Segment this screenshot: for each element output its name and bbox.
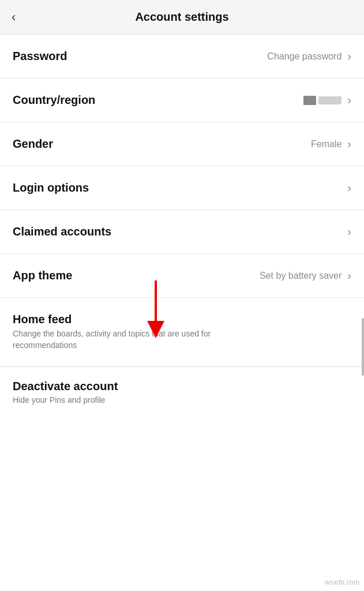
- settings-item-gender[interactable]: Gender Female ›: [0, 122, 364, 166]
- home-feed-sublabel: Change the boards, activity and topics t…: [13, 328, 243, 351]
- chevron-icon-theme: ›: [347, 269, 351, 282]
- item-right-password: Change password ›: [267, 50, 351, 63]
- deactivate-label: Deactivate account: [13, 380, 351, 393]
- password-value: Change password: [267, 51, 342, 62]
- item-left-gender: Gender: [13, 137, 53, 151]
- item-left-theme: App theme: [13, 269, 72, 282]
- settings-item-login-options[interactable]: Login options ›: [0, 166, 364, 210]
- country-label: Country/region: [13, 93, 95, 107]
- app-theme-value: Set by battery saver: [260, 271, 342, 281]
- flag-text: [318, 96, 342, 104]
- settings-item-deactivate[interactable]: Deactivate account Hide your Pins and pr…: [0, 366, 364, 417]
- page-header: ‹ Account settings: [0, 0, 364, 35]
- watermark: wsxdn.com: [325, 578, 359, 586]
- password-label: Password: [13, 50, 67, 63]
- page-title: Account settings: [135, 10, 228, 24]
- item-left-claimed: Claimed accounts: [13, 225, 111, 238]
- chevron-icon-claimed: ›: [347, 225, 351, 238]
- scrollbar-thumb: [362, 318, 364, 376]
- settings-list: Password Change password › Country/regio…: [0, 35, 364, 366]
- flag-box: [303, 96, 316, 105]
- chevron-icon-login: ›: [347, 181, 351, 194]
- gender-value: Female: [311, 139, 342, 149]
- claimed-accounts-label: Claimed accounts: [13, 225, 111, 238]
- settings-item-app-theme[interactable]: App theme Set by battery saver ›: [0, 254, 364, 298]
- settings-item-country[interactable]: Country/region ›: [0, 78, 364, 122]
- item-left-home-feed: Home feed Change the boards, activity an…: [13, 313, 243, 351]
- item-left-login: Login options: [13, 181, 89, 194]
- item-right-claimed: ›: [347, 225, 351, 238]
- login-options-label: Login options: [13, 181, 89, 194]
- item-left-country: Country/region: [13, 93, 95, 107]
- svg-marker-1: [147, 321, 164, 338]
- item-right-login: ›: [347, 181, 351, 194]
- back-button[interactable]: ‹: [12, 10, 16, 25]
- app-theme-label: App theme: [13, 269, 72, 282]
- settings-item-claimed-accounts[interactable]: Claimed accounts ›: [0, 210, 364, 254]
- chevron-icon-country: ›: [347, 93, 351, 107]
- deactivate-sublabel: Hide your Pins and profile: [13, 395, 351, 405]
- chevron-icon-gender: ›: [347, 137, 351, 151]
- gender-label: Gender: [13, 137, 53, 151]
- chevron-icon-password: ›: [347, 50, 351, 63]
- country-flag: [303, 96, 342, 105]
- item-right-gender: Female ›: [311, 137, 351, 151]
- home-feed-label: Home feed: [13, 313, 243, 326]
- item-right-theme: Set by battery saver ›: [260, 269, 351, 282]
- settings-item-password[interactable]: Password Change password ›: [0, 35, 364, 78]
- item-right-country: ›: [303, 93, 351, 107]
- item-left-password: Password: [13, 50, 67, 63]
- settings-item-home-feed[interactable]: Home feed Change the boards, activity an…: [0, 298, 364, 366]
- red-arrow-annotation: [138, 280, 173, 338]
